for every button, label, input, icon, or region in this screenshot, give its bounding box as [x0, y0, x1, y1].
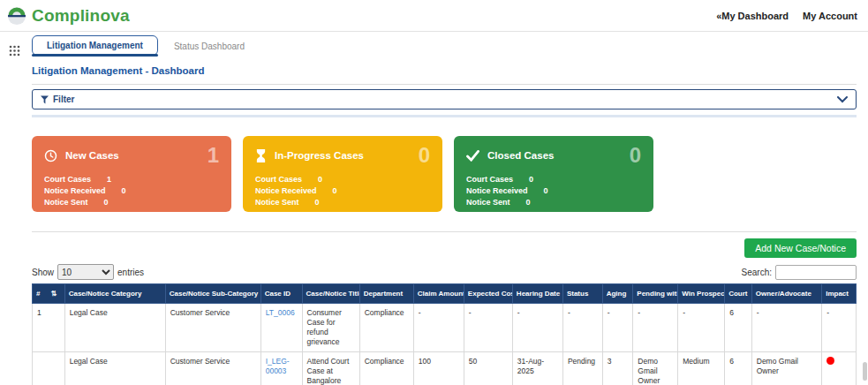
card-title: In-Progress Cases	[275, 150, 364, 161]
stat-label: Notice Received	[44, 186, 106, 195]
card-new-cases[interactable]: New Cases 1 Court Cases1 Notice Received…	[32, 136, 231, 212]
impact-cell: -	[822, 304, 857, 352]
table-cell: 6	[725, 304, 752, 352]
filter-underline	[32, 115, 857, 117]
table-cell: Attend Court Case at Bangalore	[302, 352, 359, 385]
column-header-expected-cost[interactable]: Expected Cost	[464, 284, 512, 304]
table-cell: I_LEG-00003	[260, 352, 302, 385]
table-cell: Demo Gmail Owner	[633, 352, 678, 385]
card-count: 1	[208, 145, 219, 166]
stat-value: 0	[333, 186, 337, 195]
search-label: Search:	[742, 268, 772, 277]
column-header-pending-with[interactable]: Pending with	[633, 284, 678, 304]
column-header-owner-advocate[interactable]: Owner/Advocate	[751, 284, 821, 304]
stat-cards: New Cases 1 Court Cases1 Notice Received…	[32, 136, 857, 212]
brand-logo[interactable]: Complinova	[7, 6, 130, 26]
table-cell: 100	[413, 352, 464, 385]
top-bar: Complinova «My Dashboard My Account	[0, 0, 868, 32]
table-cell: Consumer Case for refund grievance	[302, 304, 359, 352]
column-header-court[interactable]: Court	[725, 284, 752, 304]
brand-name: Complinova	[32, 6, 130, 26]
stat-label: Court Cases	[255, 175, 302, 184]
filter-accordion[interactable]: Filter	[32, 89, 857, 109]
stat-label: Court Cases	[466, 175, 513, 184]
table-cell: 6	[725, 352, 752, 385]
stat-value: 0	[122, 186, 126, 195]
table-cell: -	[512, 304, 562, 352]
table-cell: Customer Service	[165, 352, 260, 385]
add-new-case-button[interactable]: Add New Case/Notice	[744, 238, 857, 258]
tab-bar: Litigation Management Status Dashboard	[32, 35, 857, 56]
column-header-hearing-date[interactable]: Hearing Date	[512, 284, 562, 304]
stat-value: 0	[526, 198, 531, 207]
page-size-select[interactable]: 10	[57, 264, 114, 280]
table-cell: Compliance	[359, 304, 413, 352]
card-closed-cases[interactable]: Closed Cases 0 Court Cases0 Notice Recei…	[454, 136, 653, 212]
table-cell: 50	[464, 352, 512, 385]
stat-label: Notice Sent	[44, 198, 88, 207]
table-cell: -	[602, 304, 633, 352]
column-header-[interactable]: #⇅	[33, 284, 65, 304]
table-cell: -	[413, 304, 464, 352]
card-title: Closed Cases	[487, 150, 554, 161]
column-header-claim-amount[interactable]: Claim Amount	[413, 284, 464, 304]
column-header-department[interactable]: Department	[359, 284, 413, 304]
table-cell: Demo Gmail Owner	[751, 352, 821, 385]
sort-icon[interactable]: ⇅	[50, 290, 57, 298]
card-count: 0	[419, 145, 430, 166]
complinova-logo-icon	[7, 6, 26, 26]
table-cell: -	[562, 304, 602, 352]
table-cell: -	[464, 304, 512, 352]
stat-value: 0	[529, 175, 533, 184]
stat-value: 0	[104, 198, 109, 207]
table-row: 1Legal CaseCustomer ServiceLT_0006Consum…	[33, 304, 857, 352]
check-icon	[466, 150, 479, 162]
column-header-impact[interactable]: Impact	[822, 284, 857, 304]
card-inprogress-cases[interactable]: In-Progress Cases 0 Court Cases0 Notice …	[243, 136, 442, 212]
title-divider	[32, 84, 857, 85]
table-row: Legal CaseCustomer ServiceI_LEG-00003Att…	[33, 352, 857, 385]
table-header-row: #⇅Case/Notice CategoryCase/Notice Sub-Ca…	[33, 284, 857, 304]
column-header-case-notice-category[interactable]: Case/Notice Category	[64, 284, 165, 304]
case-id-link[interactable]: I_LEG-00003	[266, 357, 290, 375]
entries-label: entries	[117, 268, 144, 277]
column-header-case-id[interactable]: Case ID	[260, 284, 302, 304]
my-account-link[interactable]: My Account	[803, 11, 857, 21]
chevron-down-icon[interactable]	[837, 96, 848, 103]
history-clock-icon	[44, 149, 57, 162]
tab-litigation-management[interactable]: Litigation Management	[32, 35, 158, 56]
stat-value: 1	[107, 175, 111, 184]
column-header-case-notice-title[interactable]: Case/Notice Title	[302, 284, 359, 304]
stat-value: 0	[318, 175, 322, 184]
page-title: Litigation Management - Dashboard	[32, 65, 857, 76]
my-dashboard-link[interactable]: «My Dashboard	[716, 11, 789, 21]
apps-grid-icon[interactable]	[9, 44, 20, 60]
stat-label: Court Cases	[44, 175, 91, 184]
vertical-scrollbar-thumb[interactable]	[863, 362, 867, 381]
table-cell: 3	[602, 352, 633, 385]
column-header-status[interactable]: Status	[562, 284, 602, 304]
stat-label: Notice Sent	[466, 198, 510, 207]
column-header-aging[interactable]: Aging	[602, 284, 633, 304]
case-id-link[interactable]: LT_0006	[266, 308, 295, 317]
tab-status-dashboard[interactable]: Status Dashboard	[158, 37, 260, 56]
table-cell: Legal Case	[64, 352, 165, 385]
hourglass-icon	[255, 149, 267, 162]
table-cell: Compliance	[359, 352, 413, 385]
table-cell: LT_0006	[260, 304, 302, 352]
column-header-win-prospect[interactable]: Win Prospect	[678, 284, 725, 304]
table-cell: -	[633, 304, 678, 352]
search-input[interactable]	[775, 265, 857, 280]
table-cell: -	[678, 304, 725, 352]
table-cell: Legal Case	[64, 304, 165, 352]
left-rail	[0, 33, 28, 60]
table-cell: Pending	[562, 352, 602, 385]
column-header-case-notice-sub-category[interactable]: Case/Notice Sub-Category	[165, 284, 260, 304]
stat-label: Notice Sent	[255, 198, 299, 207]
table-cell	[33, 352, 65, 385]
impact-red-dot	[826, 357, 834, 365]
card-count: 0	[630, 145, 641, 166]
stat-value: 0	[315, 198, 320, 207]
stat-value: 0	[544, 186, 548, 195]
stat-label: Notice Received	[255, 186, 317, 195]
